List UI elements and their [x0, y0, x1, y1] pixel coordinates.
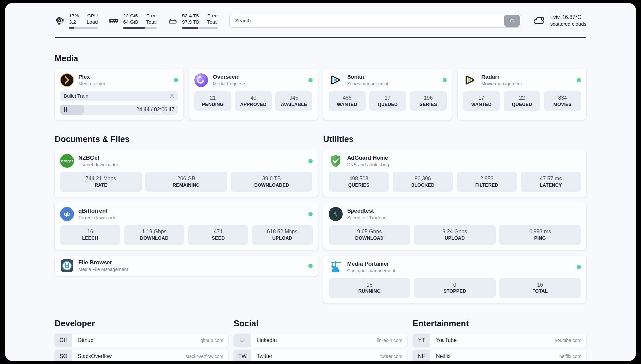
status-dot: [577, 78, 581, 82]
stat-upload: 618.52 Mbps UPLOAD: [252, 225, 312, 245]
cpu-label-1: CPU: [87, 13, 98, 19]
cpu-progress-bar: [69, 27, 98, 29]
filebrowser-icon: [60, 259, 74, 273]
disk-total-value: 97.9 TB: [182, 19, 199, 25]
service-card-speedtest[interactable]: Speedtest Speedtest Tracking 9.65 Gbps D…: [323, 202, 587, 250]
service-subtitle: Torrent downloader: [78, 215, 118, 221]
service-card-filebrowser[interactable]: File Browser Media File Management: [55, 256, 318, 276]
stat-downloaded: 39.6 TB DOWNLOADED: [231, 172, 313, 192]
service-card-plex[interactable]: Plex Media server Bullet Train ◎ 24:44 /…: [55, 69, 183, 120]
memory-free-value: 22 GiB: [123, 13, 138, 19]
service-subtitle: Movie management: [481, 81, 522, 87]
stat-seed: 471 SEED: [188, 225, 248, 245]
bookmark-domain: twitter.com: [380, 354, 402, 359]
search-input[interactable]: [230, 18, 504, 23]
now-playing-title: Bullet Train: [64, 93, 88, 99]
weather-location-temp: Lviv, 16.87°C: [550, 14, 586, 21]
disk-free-value: 52.4 TB: [182, 13, 199, 19]
bookmark-abbr: GH: [55, 334, 72, 347]
player-row: 24:44 / 02:06:47: [60, 105, 178, 115]
stat-total: 16 TOTAL: [499, 278, 581, 298]
service-name: Sonarr: [347, 74, 388, 81]
section-title-social: Social: [234, 319, 407, 328]
service-subtitle: Usenet downloader: [78, 162, 118, 167]
stat-queries: 498,508 QUERIES: [329, 172, 389, 192]
bookmark-linkedin[interactable]: LI LinkedIn linkedin.com: [234, 334, 407, 347]
bookmark-abbr: YT: [413, 334, 430, 347]
service-name: qBittorrent: [78, 207, 118, 215]
overseerr-icon: [194, 73, 208, 87]
memory-total-value: 64 GiB: [123, 19, 138, 25]
service-card-overseerr[interactable]: Overseerr Media Requests 21 PENDING 40 A…: [189, 69, 318, 120]
service-card-qbittorrent[interactable]: qb qBittorrent Torrent downloader 16 LEE…: [55, 202, 318, 250]
service-name: NZBGet: [78, 154, 118, 162]
cpu-usage-percent: 17%: [69, 13, 79, 19]
now-playing-view-icon[interactable]: ◎: [169, 93, 174, 99]
weather-condition: scattered clouds: [550, 21, 586, 27]
search-provider-button[interactable]: G: [504, 15, 520, 27]
stat-approved: 40 APPROVED: [235, 91, 272, 111]
service-name: Plex: [78, 74, 105, 81]
top-bar: 17% CPU 3.2 Load: [55, 13, 586, 29]
status-dot: [443, 78, 447, 82]
service-card-adguard[interactable]: AdGuard Home DNS and adblocking 498,508 …: [323, 149, 587, 197]
stat-wanted: 17 WANTED: [463, 91, 500, 111]
stat-rate: 744.21 Mbps RATE: [60, 172, 142, 192]
bookmark-domain: linkedin.com: [377, 338, 402, 343]
service-card-nzbget[interactable]: nzbget NZBGet Usenet downloader 744.21 M…: [55, 149, 318, 197]
bookmark-netflix[interactable]: NF Netflix netflix.com: [413, 350, 586, 361]
disk-icon: [168, 16, 178, 26]
stat-wanted: 485 WANTED: [329, 91, 366, 111]
service-subtitle: DNS and adblocking: [347, 162, 389, 167]
cpu-widget: 17% CPU 3.2 Load: [55, 13, 98, 29]
service-name: Media Portainer: [347, 260, 395, 268]
bookmark-youtube[interactable]: YT YouTube youtube.com: [413, 334, 586, 347]
stat-filtered: 2,953 FILTERED: [457, 172, 517, 192]
service-subtitle: Speedtest Tracking: [347, 215, 387, 221]
stat-running: 16 RUNNING: [329, 278, 411, 298]
status-dot: [308, 159, 313, 163]
disk-progress-bar: [182, 27, 218, 29]
service-card-portainer[interactable]: Media Portainer Container management 16 …: [323, 256, 587, 303]
bookmark-domain: stackoverflow.com: [186, 354, 223, 359]
stat-ping: 0.993 ms PING: [499, 225, 581, 245]
qbittorrent-icon: qb: [60, 207, 74, 221]
now-playing-row: Bullet Train ◎: [60, 91, 178, 101]
cpu-load-value: 3.2: [69, 19, 79, 25]
service-name: AdGuard Home: [347, 154, 389, 162]
service-card-radarr[interactable]: Radarr Movie management 17 WANTED 22 QUE…: [458, 69, 586, 120]
bookmark-name: Github: [78, 337, 93, 343]
stat-series: 196 SERIES: [410, 91, 447, 111]
service-name: Overseerr: [213, 74, 246, 81]
memory-label-1: Free: [146, 13, 157, 19]
stat-pending: 21 PENDING: [194, 91, 231, 111]
bookmark-stackoverflow[interactable]: SO StackOverflow stackoverflow.com: [55, 350, 228, 361]
status-dot: [308, 264, 313, 268]
service-subtitle: Media File Management: [78, 266, 128, 272]
adguard-icon: [329, 154, 343, 168]
bookmark-twitter[interactable]: TW Twitter twitter.com: [234, 350, 407, 361]
sonarr-icon: [329, 73, 343, 87]
stat-available: 945 AVAILABLE: [275, 91, 312, 111]
resource-widgets: 17% CPU 3.2 Load: [55, 13, 218, 29]
stat-blocked: 86,396 BLOCKED: [393, 172, 453, 192]
bookmark-name: YouTube: [436, 337, 457, 343]
service-card-sonarr[interactable]: Sonarr Series management 485 WANTED 17 Q…: [323, 69, 452, 120]
service-name: Speedtest: [347, 207, 387, 215]
bookmark-name: StackOverflow: [78, 353, 112, 359]
memory-label-2: Total: [146, 19, 157, 25]
disk-label-2: Total: [207, 19, 218, 25]
stat-movies: 834 MOVIES: [544, 91, 581, 111]
service-subtitle: Container management: [347, 268, 395, 274]
service-subtitle: Series management: [347, 81, 388, 87]
cloud-icon: [533, 14, 546, 27]
status-dot: [308, 212, 313, 216]
dashboard-page: 17% CPU 3.2 Load: [5, 3, 636, 361]
speedtest-icon: [329, 207, 343, 221]
status-dot: [308, 78, 313, 82]
bookmark-name: Twitter: [257, 353, 272, 359]
section-title-utilities: Utilities: [323, 135, 587, 144]
memory-widget: 22 GiB Free 64 GiB Total: [109, 13, 157, 29]
bookmark-github[interactable]: GH Github github.com: [55, 334, 228, 347]
pause-icon[interactable]: [64, 107, 67, 112]
